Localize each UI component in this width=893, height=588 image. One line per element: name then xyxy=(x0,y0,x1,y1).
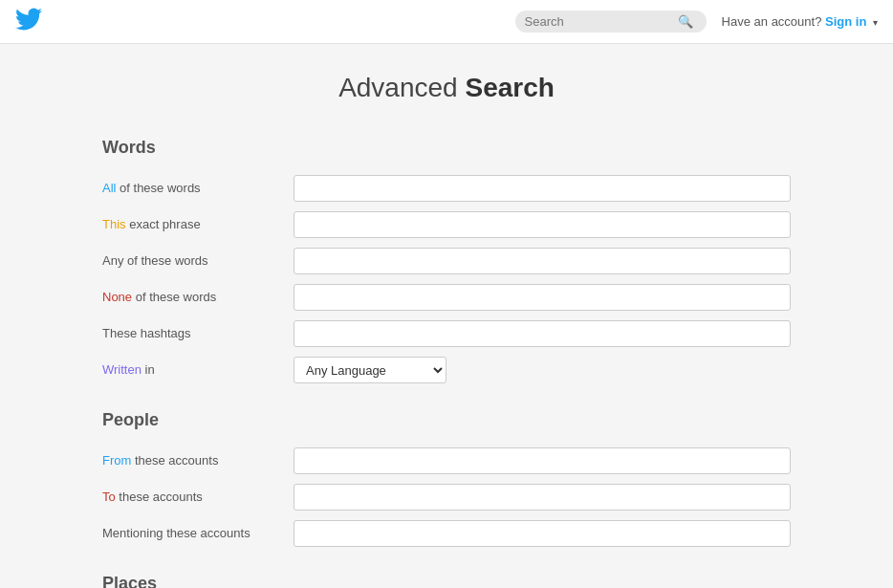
page-container: Advanced Search Words All of these words… xyxy=(83,73,810,588)
mentioning-accounts-label-prefix: Mentioning these accounts xyxy=(102,526,250,540)
hashtags-label-prefix: These hashtags xyxy=(102,326,191,340)
places-section: Places Near this place xyxy=(102,574,791,588)
hashtags-label: These hashtags xyxy=(102,325,294,342)
to-accounts-label-prefix: To xyxy=(102,490,116,504)
words-heading: Words xyxy=(102,138,791,162)
all-words-label: All of these words xyxy=(102,180,294,197)
mentioning-accounts-input[interactable] xyxy=(294,520,791,547)
all-words-label-prefix: All xyxy=(102,181,116,195)
header-search-container[interactable]: 🔍 xyxy=(515,11,707,33)
from-accounts-label-prefix: From xyxy=(102,453,131,468)
signin-link[interactable]: Sign in xyxy=(825,14,866,29)
header-account-area: Have an account? Sign in ▾ xyxy=(722,14,878,29)
all-words-input[interactable] xyxy=(294,175,791,202)
written-in-label-prefix: Written xyxy=(102,362,142,377)
to-accounts-label-rest: these accounts xyxy=(116,490,203,504)
to-accounts-input[interactable] xyxy=(294,484,791,511)
written-in-label-rest: in xyxy=(142,362,155,377)
mentioning-accounts-label: Mentioning these accounts xyxy=(102,525,294,542)
any-words-input[interactable] xyxy=(294,248,791,274)
exact-phrase-row: This exact phrase xyxy=(102,211,791,238)
none-words-label-prefix: None xyxy=(102,290,132,304)
to-accounts-label: To these accounts xyxy=(102,489,294,506)
none-words-row: None of these words xyxy=(102,284,791,311)
people-section: People From these accounts To these acco… xyxy=(102,410,791,547)
exact-phrase-input[interactable] xyxy=(294,211,791,238)
exact-phrase-label-prefix: This xyxy=(102,217,126,231)
page-title-bold: Search xyxy=(465,73,554,102)
any-words-label-prefix: Any xyxy=(102,253,123,268)
none-words-label: None of these words xyxy=(102,289,294,306)
from-accounts-label: From these accounts xyxy=(102,452,294,469)
exact-phrase-label: This exact phrase xyxy=(102,216,294,233)
all-words-row: All of these words xyxy=(102,175,791,202)
main-content: Advanced Search Words All of these words… xyxy=(0,44,893,588)
none-words-label-rest: of these words xyxy=(132,290,216,304)
from-accounts-label-rest: these accounts xyxy=(131,453,218,468)
hashtags-input[interactable] xyxy=(294,320,791,347)
page-title-regular: Advanced xyxy=(338,73,465,102)
page-title: Advanced Search xyxy=(102,73,791,103)
to-accounts-row: To these accounts xyxy=(102,484,791,511)
from-accounts-input[interactable] xyxy=(294,447,791,474)
written-in-row: Written in Any Language English Spanish … xyxy=(102,357,791,383)
all-words-label-rest: of these words xyxy=(116,181,200,195)
written-in-label: Written in xyxy=(102,361,294,379)
mentioning-accounts-row: Mentioning these accounts xyxy=(102,520,791,547)
places-heading: Places xyxy=(102,574,791,588)
have-account-text: Have an account? xyxy=(722,14,822,29)
header: 🔍 Have an account? Sign in ▾ xyxy=(0,0,893,44)
any-words-label: Any of these words xyxy=(102,252,294,270)
people-heading: People xyxy=(102,410,791,434)
words-section: Words All of these words This exact phra… xyxy=(102,138,791,383)
any-words-row: Any of these words xyxy=(102,248,791,274)
hashtags-row: These hashtags xyxy=(102,320,791,347)
none-words-input[interactable] xyxy=(294,284,791,311)
exact-phrase-label-rest: exact phrase xyxy=(126,217,201,231)
from-accounts-row: From these accounts xyxy=(102,447,791,474)
signin-dropdown-arrow[interactable]: ▾ xyxy=(873,17,878,28)
any-words-label-rest: of these words xyxy=(123,253,207,268)
header-search-input[interactable] xyxy=(525,14,678,29)
twitter-logo[interactable] xyxy=(15,8,42,36)
search-icon: 🔍 xyxy=(678,14,693,29)
language-select[interactable]: Any Language English Spanish French Germ… xyxy=(294,357,446,383)
